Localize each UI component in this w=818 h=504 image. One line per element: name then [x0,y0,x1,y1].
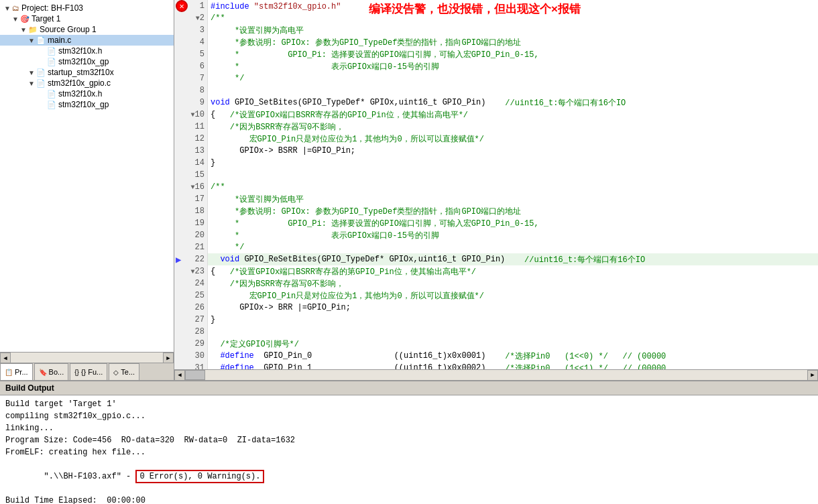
tab-functions[interactable]: {} {} Fu... [70,363,107,380]
expand-icon[interactable]: ▼ [4,5,12,12]
build-error-text: 0 Error(s), 0 Warning(s). [139,472,260,481]
expand-btn-23[interactable]: ▼ [191,268,195,275]
line-num-22: ▶ 22 [174,253,207,265]
error-circle-icon[interactable]: ✕ [176,0,188,12]
stm32-gp2-label: stm32f10x_gp [58,100,109,109]
tree-file-startup[interactable]: ▼ 📄 startup_stm32f10x [0,67,174,78]
code-line-29: /*定义GPIO引脚号*/ [208,338,818,350]
books-tab-label: Bo... [49,368,64,376]
line-num-23: ▼23 [174,265,207,277]
code-line-20: * 表示GPIOx端口0-15号的引脚 [208,229,818,241]
code-line-8 [208,84,818,97]
code-line-9: void GPIO_SetBites(GPIO_TypeDef* GPIOx,u… [208,97,818,109]
arrow-icon-22: ▶ [176,254,181,265]
tree-file-gpio-c[interactable]: ▼ 📄 stm32f10x_gpio.c [0,78,174,88]
code-container: ✕ 1 ▼2 3 4 5 6 7 8 9 ▼10 11 12 [174,0,818,369]
templ-tab-label: Te... [121,368,135,376]
stm32-h1-label: stm32f10x.h [58,46,102,56]
tab-books[interactable]: 🔖 Bo... [34,363,69,380]
h-file-icon-3: 📄 [47,90,56,99]
code-line-7: */ [208,72,818,84]
code-line-22: void GPIO_ReSetBites(GPIO_TypeDef* GPIOx… [208,253,818,265]
startup-expand[interactable]: ▼ [28,69,36,76]
code-line-25: 宏GPIO_Pin只是对位应位为1，其他均为0，所以可以直接赋值*/ [208,290,818,302]
startup-icon: 📄 [36,68,46,77]
line-num-27: 27 [174,314,207,326]
target-expand-icon[interactable]: ▼ [12,15,20,23]
tab-project[interactable]: 📋 Pr... [0,363,33,380]
source-group-label: Source Group 1 [40,25,97,34]
gpio-c-icon: 📄 [36,79,46,88]
tree-file-stm32-gp-1[interactable]: 📄 stm32f10x_gp [0,56,174,67]
tab-templates[interactable]: ◇ Te... [109,363,139,380]
editor-scroll-left-btn[interactable]: ◀ [174,370,185,381]
target-label: Target 1 [32,14,60,23]
code-line-31: #define GPIO_Pin_1 ((uint16_t)x0x0002) /… [208,362,818,369]
editor-scroll-thumb[interactable] [185,370,205,380]
line-num-15: 15 [174,169,207,181]
templ-tab-icon: ◇ [113,369,119,376]
project-tab-label: Pr... [15,368,28,376]
tree-file-stm32-h-1[interactable]: 📄 stm32f10x.h [0,46,174,56]
editor-scroll-track [185,370,807,380]
code-area: #include "stm32f10x_gpio.h" /** *设置引脚为高电… [208,0,818,369]
tree-target[interactable]: ▼ 🎯 Target 1 [0,13,174,24]
line-num-11: 11 [174,121,207,133]
line-num-17: 17 [174,193,207,205]
func-tab-label: {} Fu... [81,368,103,376]
h-file-icon-2: 📄 [47,58,56,66]
h-file-icon-4: 📄 [47,101,56,109]
tree-file-main-c[interactable]: ▼ 📄 main.c [0,35,174,46]
line-num-3: 3 [174,24,207,36]
tree-file-stm32-gp-2[interactable]: 📄 stm32f10x_gp [0,99,174,110]
line-num-18: 18 [174,205,207,217]
tree-project-root[interactable]: ▼ 🗂 Project: BH-F103 [0,3,174,13]
build-line-4: Program Size: Code=456 RO-data=320 RW-da… [5,434,813,446]
tree-source-group[interactable]: ▼ 📁 Source Group 1 [0,24,174,35]
line-num-21: 21 [174,241,207,253]
code-line-5: * GPIO_Pi: 选择要设置的GPIO端口引脚，可输入宏GPIO_Pin_0… [208,48,818,60]
line-num-7: 7 [174,72,207,84]
editor-scroll-right-btn[interactable]: ▶ [807,370,818,381]
source-group-expand-icon[interactable]: ▼ [20,26,28,34]
line-num-12: 12 [174,133,207,145]
gp1-expand [39,58,47,66]
line-num-26: 26 [174,302,207,314]
line-num-13: 13 [174,145,207,157]
gpio-expand[interactable]: ▼ [28,80,36,87]
line-num-5: 5 [174,48,207,60]
code-line-2: /** [208,12,818,24]
code-line-12: 宏GPIO_Pin只是对位应位为1，其他均为0，所以可以直接赋值*/ [208,133,818,145]
editor-area[interactable]: 编译没告警，也没报错，但出现这个×报错 ✕ 1 ▼2 3 4 5 [174,0,818,369]
line-num-19: 19 [174,217,207,229]
code-line-17: *设置引脚为低电平 [208,193,818,205]
expand-btn-10[interactable]: ▼ [191,111,195,119]
line-num-14: 14 [174,157,207,169]
code-line-23: { /*设置GPIOx端口BSRR寄存器的第GPIO_Pin位，使其输出高电平*… [208,265,818,277]
build-line-3: linking... [5,422,813,434]
left-panel: ▼ 🗂 Project: BH-F103 ▼ 🎯 Target 1 ▼ 📁 S [0,0,174,380]
project-icon: 🗂 [12,4,19,12]
h-file-icon-1: 📄 [47,47,56,56]
code-line-15 [208,169,818,181]
left-tabs: 📋 Pr... 🔖 Bo... {} {} Fu... ◇ Te... [0,363,174,380]
main-c-label: main.c [48,36,71,45]
expand-btn-16[interactable]: ▼ [191,184,195,191]
build-output-panel: Build Output Build target 'Target 1' com… [0,380,818,504]
code-line-3: *设置引脚为高电平 [208,24,818,36]
code-line-19: * GPIO_Pi: 选择要设置的GPIO端口引脚，可输入宏GPIO_Pin_0… [208,217,818,229]
main-expand-icon[interactable]: ▼ [28,37,36,44]
code-line-26: GPIOx-> BRR |=GPIO_Pin; [208,302,818,314]
tree-file-stm32-h-2[interactable]: 📄 stm32f10x.h [0,88,174,99]
tree-scroll-left[interactable]: ◀ [0,353,11,363]
expand-btn-2[interactable]: ▼ [196,15,200,22]
line-num-2: ▼2 [174,12,207,24]
code-line-27: } [208,314,818,326]
tree-scroll-right[interactable]: ▶ [163,353,174,363]
project-tree: ▼ 🗂 Project: BH-F103 ▼ 🎯 Target 1 ▼ 📁 S [0,0,174,352]
code-line-30: #define GPIO_Pin_0 ((uint16_t)x0x0001) /… [208,350,818,362]
line-num-9: 9 [174,97,207,109]
build-output-content: Build target 'Target 1' compiling stm32f… [0,395,818,504]
code-editor-panel: 编译没告警，也没报错，但出现这个×报错 ✕ 1 ▼2 3 4 5 [174,0,818,380]
tree-hscroll: ◀ ▶ [0,352,174,363]
